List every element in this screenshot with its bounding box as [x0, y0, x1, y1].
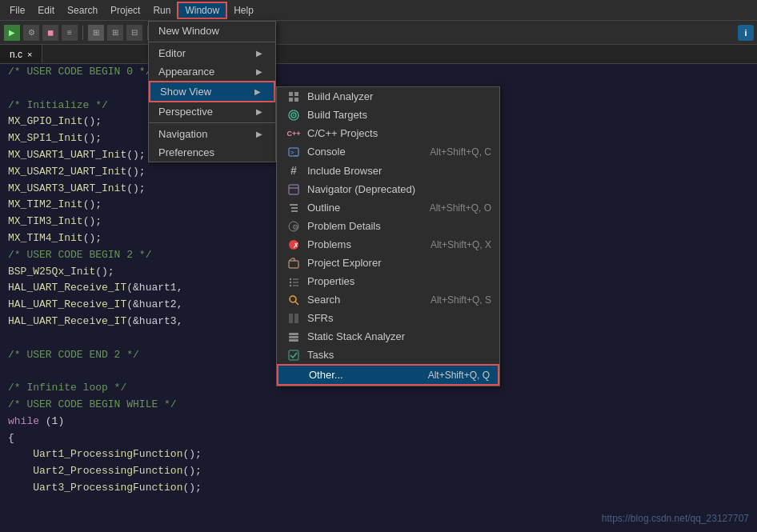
window-dropdown: New Window Editor ▶ Appearance ▶ Show Vi…: [148, 21, 276, 162]
view-build-analyzer[interactable]: Build Analyzer: [277, 87, 499, 106]
svg-text:✗: ✗: [293, 242, 299, 250]
separator-1: [149, 42, 275, 42]
svg-point-25: [290, 296, 296, 302]
properties-icon: [285, 276, 302, 287]
svg-rect-9: [289, 185, 298, 194]
code-line: while (1): [8, 414, 757, 430]
view-label: Navigator (Deprecated): [307, 183, 415, 195]
svg-text:⚙: ⚙: [292, 223, 298, 231]
arrow-icon: ▶: [256, 130, 262, 138]
view-label: Tasks: [307, 349, 334, 361]
arrow-icon: ▶: [256, 107, 262, 116]
tab-label: n.c: [10, 49, 22, 60]
tab-file[interactable]: n.c ×: [0, 45, 42, 63]
menu-appearance[interactable]: Appearance ▶: [149, 62, 275, 81]
view-project-explorer[interactable]: Project Explorer: [277, 254, 499, 272]
svg-rect-27: [289, 314, 293, 323]
svg-rect-1: [294, 92, 298, 96]
svg-point-20: [290, 281, 291, 282]
view-label: Build Analyzer: [307, 90, 373, 102]
sfrs-icon: [285, 313, 302, 324]
view-label: Problem Details: [307, 220, 381, 232]
view-problem-details[interactable]: ⚙ Problem Details: [277, 217, 499, 235]
cpp-icon: C++: [285, 130, 302, 138]
view-build-targets[interactable]: Build Targets: [277, 106, 499, 124]
toolbar-btn-1[interactable]: ▶: [4, 25, 20, 41]
toolbar: ▶ ⚙ ◼ ≡ ⊞ ⊞ ⊟ ↶ ↷ ⬅ ➡ i: [0, 21, 757, 45]
view-tasks[interactable]: Tasks: [277, 346, 499, 364]
arrow-icon: ▶: [254, 87, 261, 96]
view-label: Search: [307, 294, 340, 306]
svg-text:>_: >_: [290, 149, 298, 156]
menu-window[interactable]: Window: [177, 2, 227, 19]
svg-rect-0: [289, 92, 293, 96]
svg-line-26: [295, 302, 298, 305]
view-problems[interactable]: ✗ Problems Alt+Shift+Q, X: [277, 235, 499, 254]
search-icon: [285, 294, 302, 306]
svg-rect-30: [289, 336, 298, 338]
navigator-icon: [285, 184, 302, 195]
view-include-browser[interactable]: # Include Browser: [277, 161, 499, 180]
include-browser-icon: #: [285, 164, 302, 177]
console-icon: >_: [285, 146, 302, 158]
view-outline[interactable]: Outline Alt+Shift+Q, O: [277, 198, 499, 217]
build-analyzer-icon: [285, 91, 302, 102]
outline-icon: [285, 202, 302, 214]
menu-perspective[interactable]: Perspective ▶: [149, 102, 275, 121]
menu-file[interactable]: File: [3, 3, 31, 18]
menu-run[interactable]: Run: [146, 3, 177, 18]
project-explorer-icon: [285, 258, 302, 269]
toolbar-btn-7[interactable]: ⊟: [126, 25, 142, 41]
view-label: Outline: [307, 202, 340, 214]
arrow-icon: ▶: [256, 67, 262, 76]
code-line: Uart2_ProcessingFunction();: [8, 463, 757, 480]
menu-navigation[interactable]: Navigation ▶: [149, 125, 275, 143]
views-dropdown: Build Analyzer Build Targets C++ C/C++ P…: [276, 86, 500, 386]
static-stack-icon: [285, 331, 302, 342]
view-label: Include Browser: [307, 165, 382, 177]
toolbar-btn-4[interactable]: ≡: [62, 25, 78, 41]
view-properties[interactable]: Properties: [277, 272, 499, 290]
view-static-stack[interactable]: Static Stack Analyzer: [277, 327, 499, 346]
view-other[interactable]: Other... Alt+Shift+Q, Q: [277, 364, 499, 386]
tab-close-button[interactable]: ×: [27, 50, 32, 59]
code-line: /* USER CODE BEGIN WHILE */: [8, 397, 757, 414]
code-line: Uart1_ProcessingFunction();: [8, 446, 757, 463]
tasks-icon: [285, 350, 302, 361]
svg-rect-2: [289, 98, 293, 102]
code-line: Uart3_ProcessingFunction();: [8, 480, 757, 497]
separator-2: [149, 122, 275, 123]
menu-preferences[interactable]: Preferences: [149, 143, 275, 162]
menu-show-view[interactable]: Show View ▶: [149, 81, 275, 102]
menu-editor[interactable]: Editor ▶: [149, 44, 275, 62]
view-sfrs[interactable]: SFRs: [277, 309, 499, 327]
toolbar-btn-5[interactable]: ⊞: [88, 25, 104, 41]
svg-rect-31: [289, 339, 298, 342]
info-icon[interactable]: i: [738, 25, 754, 41]
view-label: SFRs: [307, 312, 334, 324]
toolbar-btn-3[interactable]: ◼: [42, 25, 58, 41]
menu-help[interactable]: Help: [227, 3, 260, 18]
svg-rect-29: [289, 333, 298, 335]
toolbar-btn-6[interactable]: ⊞: [107, 25, 123, 41]
svg-point-21: [290, 284, 291, 286]
menu-search[interactable]: Search: [61, 3, 104, 18]
toolbar-btn-2[interactable]: ⚙: [23, 25, 39, 41]
menu-project[interactable]: Project: [104, 3, 146, 18]
view-cpp-projects[interactable]: C++ C/C++ Projects: [277, 124, 499, 142]
svg-point-6: [293, 114, 294, 116]
view-search[interactable]: Search Alt+Shift+Q, S: [277, 290, 499, 309]
code-line: {: [8, 430, 757, 447]
view-console[interactable]: >_ Console Alt+Shift+Q, C: [277, 142, 499, 161]
view-label: C/C++ Projects: [307, 127, 378, 139]
menu-edit[interactable]: Edit: [31, 3, 61, 18]
tabbar: n.c ×: [0, 45, 757, 64]
view-navigator[interactable]: Navigator (Deprecated): [277, 180, 499, 198]
menu-new-window[interactable]: New Window: [149, 22, 275, 40]
view-label: Console: [307, 146, 346, 158]
arrow-icon: ▶: [256, 49, 262, 58]
svg-rect-32: [289, 350, 298, 360]
svg-rect-18: [289, 261, 298, 268]
view-label: Build Targets: [307, 109, 367, 121]
view-label: Properties: [307, 275, 354, 287]
